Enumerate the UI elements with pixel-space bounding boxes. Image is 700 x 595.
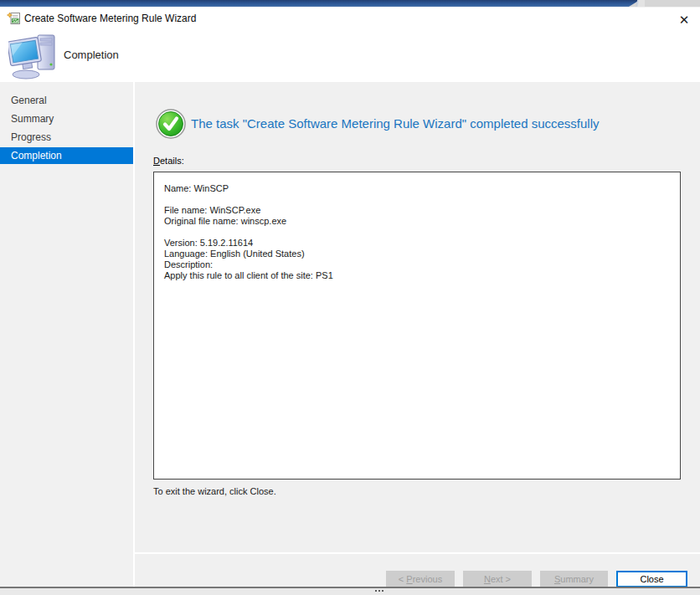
summary-button-rest: ummary bbox=[560, 574, 594, 584]
sidebar-item-summary[interactable]: Summary bbox=[0, 110, 133, 127]
summary-button[interactable]: Summary bbox=[540, 571, 608, 587]
details-line-original-filename: Original file name: winscp.exe bbox=[164, 216, 670, 227]
details-label-accesskey: D bbox=[153, 156, 160, 166]
details-panel: Name: WinSCP File name: WinSCP.exe Origi… bbox=[153, 172, 681, 480]
wizard-icon bbox=[7, 12, 21, 26]
details-label: Details: bbox=[153, 156, 184, 166]
details-line-description: Description: bbox=[164, 259, 670, 270]
titlebar-close-button[interactable]: ✕ bbox=[673, 9, 695, 31]
details-line-version: Version: 5.19.2.11614 bbox=[164, 238, 670, 249]
wizard-sidebar: General Summary Progress Completion bbox=[0, 82, 133, 587]
close-icon: ✕ bbox=[679, 13, 690, 28]
wizard-header: Create Software Metering Rule Wizard ✕ bbox=[0, 7, 700, 82]
wizard-step-title: Completion bbox=[64, 49, 119, 61]
exit-hint-text: To exit the wizard, click Close. bbox=[153, 486, 276, 496]
next-button[interactable]: Next > bbox=[463, 571, 532, 587]
details-line-language: Language: English (United States) bbox=[164, 249, 670, 259]
next-button-accesskey: N bbox=[484, 574, 491, 584]
next-button-rest: ext > bbox=[491, 574, 511, 584]
window-title: Create Software Metering Rule Wizard bbox=[24, 13, 196, 24]
computer-icon bbox=[8, 34, 59, 80]
previous-button-rest: revious bbox=[413, 574, 442, 584]
previous-button-accesskey: P bbox=[406, 574, 412, 584]
sidebar-item-general[interactable]: General bbox=[0, 92, 133, 109]
details-label-rest: etails: bbox=[160, 156, 184, 166]
close-button[interactable]: Close bbox=[616, 571, 687, 587]
background-window-edge bbox=[630, 0, 645, 7]
previous-button-pre: < bbox=[399, 574, 406, 584]
sidebar-item-completion[interactable]: Completion bbox=[0, 147, 133, 164]
sidebar-item-progress[interactable]: Progress bbox=[0, 129, 133, 146]
details-line-blank bbox=[164, 227, 670, 238]
details-line-apply-rule: Apply this rule to all client of the sit… bbox=[164, 270, 670, 281]
footer-separator bbox=[135, 552, 700, 554]
screen: Create Software Metering Rule Wizard ✕ bbox=[0, 0, 700, 595]
success-message: The task "Create Software Metering Rule … bbox=[191, 116, 600, 131]
background-window-strip bbox=[0, 0, 700, 7]
success-check-icon bbox=[156, 109, 186, 139]
details-line-filename: File name: WinSCP.exe bbox=[164, 205, 670, 216]
previous-button[interactable]: < Previous bbox=[386, 571, 455, 587]
background-window-statusbar bbox=[0, 588, 700, 595]
background-window-titlebar bbox=[0, 0, 640, 7]
sidebar-separator bbox=[133, 82, 135, 587]
details-line-name: Name: WinSCP bbox=[164, 183, 670, 194]
close-button-rest: Close bbox=[640, 574, 663, 584]
details-line-blank bbox=[164, 194, 670, 205]
resize-grip-icon[interactable] bbox=[375, 590, 377, 592]
